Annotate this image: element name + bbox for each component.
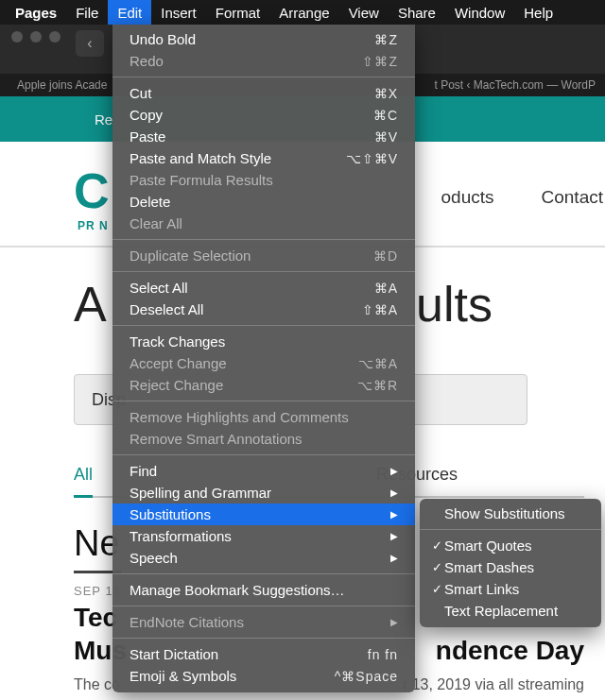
menu-separator	[420, 529, 601, 530]
menu-item-label: Remove Smart Annotations	[130, 431, 398, 447]
edit-menu: Undo Bold⌘ZRedo⇧⌘ZCut⌘XCopy⌘CPaste⌘VPast…	[112, 25, 415, 692]
menubar-file[interactable]: File	[66, 0, 108, 25]
tab-title-right[interactable]: t Post ‹ MacTech.com — WordP	[435, 78, 596, 92]
menubar-insert[interactable]: Insert	[151, 0, 206, 25]
menu-item-redo: Redo⇧⌘Z	[112, 50, 415, 72]
check-icon: ✓	[429, 582, 444, 596]
menu-item-shortcut: ⇧⌘Z	[362, 54, 398, 69]
menu-item-reject-change: Reject Change⌥⌘R	[112, 374, 415, 396]
hero-text: Re	[95, 111, 112, 128]
submenu-item-smart-quotes[interactable]: ✓Smart Quotes	[420, 535, 601, 556]
menu-item-label: Manage Bookmark Suggestions…	[130, 582, 398, 598]
nav-contact[interactable]: Contact	[542, 187, 603, 208]
menu-item-emoji-symbols[interactable]: Emoji & Symbols^⌘Space	[112, 665, 415, 687]
menu-item-shortcut: ⌥⇧⌘V	[346, 151, 398, 166]
menu-item-label: Substitutions	[130, 506, 390, 522]
menubar-format[interactable]: Format	[206, 0, 270, 25]
menu-item-spelling-and-grammar[interactable]: Spelling and Grammar	[112, 482, 415, 504]
menu-separator	[112, 401, 415, 401]
menu-separator	[112, 606, 415, 606]
menu-item-endnote-citations: EndNote Citations	[112, 611, 415, 633]
submenu-item-label: Smart Dashes	[444, 559, 590, 575]
menubar-edit[interactable]: Edit	[108, 0, 151, 25]
tab-title-left[interactable]: Apple joins Acade	[17, 78, 107, 92]
menu-item-transformations[interactable]: Transformations	[112, 525, 415, 547]
menubar-share[interactable]: Share	[389, 0, 445, 25]
menu-item-label: Cut	[130, 85, 374, 101]
menu-item-shortcut: ⌘V	[374, 129, 398, 145]
menu-item-shortcut: ^⌘Space	[335, 669, 398, 684]
minimize-icon[interactable]	[30, 31, 42, 43]
menu-item-label: Paste Formula Results	[130, 172, 398, 188]
back-button[interactable]: ‹	[76, 30, 104, 57]
menu-item-shortcut: ⇧⌘A	[362, 302, 398, 317]
menu-item-find[interactable]: Find	[112, 460, 415, 482]
menu-item-label: Redo	[130, 53, 362, 69]
menu-separator	[112, 573, 415, 574]
menu-item-select-all[interactable]: Select All⌘A	[112, 277, 415, 299]
submenu-item-smart-links[interactable]: ✓Smart Links	[420, 578, 601, 600]
submenu-item-text-replacement[interactable]: Text Replacement	[420, 600, 601, 622]
site-logo[interactable]: C	[74, 162, 108, 219]
submenu-item-smart-dashes[interactable]: ✓Smart Dashes	[420, 556, 601, 578]
menu-item-shortcut: ⌘D	[373, 248, 398, 264]
menu-item-track-changes[interactable]: Track Changes	[112, 331, 415, 352]
check-icon: ✓	[429, 538, 444, 553]
menu-item-accept-change: Accept Change⌥⌘A	[112, 352, 415, 374]
menu-separator	[112, 325, 415, 326]
close-icon[interactable]	[11, 31, 23, 43]
menu-item-shortcut: ⌘C	[373, 108, 398, 123]
menu-item-label: Spelling and Grammar	[130, 485, 390, 501]
menu-item-remove-highlights-and-comments: Remove Highlights and Comments	[112, 406, 415, 428]
menu-item-label: Remove Highlights and Comments	[130, 409, 398, 425]
menu-item-label: Deselect All	[130, 301, 362, 317]
submenu-item-label: Text Replacement	[444, 603, 590, 619]
menu-item-label: Copy	[130, 107, 373, 123]
menu-item-paste[interactable]: Paste⌘V	[112, 126, 415, 147]
menubar-window[interactable]: Window	[445, 0, 514, 25]
menu-item-label: EndNote Citations	[130, 614, 390, 630]
menu-item-shortcut: ⌥⌘R	[357, 378, 398, 393]
menu-item-label: Undo Bold	[130, 31, 374, 47]
menu-item-paste-formula-results: Paste Formula Results	[112, 169, 415, 191]
menubar-app[interactable]: Pages	[6, 0, 66, 25]
menu-item-label: Transformations	[130, 528, 390, 544]
menubar: Pages File Edit Insert Format Arrange Vi…	[0, 0, 605, 25]
menu-item-start-dictation[interactable]: Start Dictationfn fn	[112, 643, 415, 665]
menu-item-label: Emoji & Symbols	[130, 668, 335, 684]
menu-item-shortcut: ⌘X	[374, 86, 398, 101]
menubar-help[interactable]: Help	[514, 0, 562, 25]
traffic-lights[interactable]	[11, 31, 60, 43]
menu-item-delete[interactable]: Delete	[112, 191, 415, 213]
menubar-arrange[interactable]: Arrange	[269, 0, 338, 25]
menu-item-speech[interactable]: Speech	[112, 547, 415, 569]
menu-item-substitutions[interactable]: Substitutions	[112, 504, 415, 525]
submenu-item-show-substitutions[interactable]: Show Substitutions	[420, 503, 601, 524]
menu-item-paste-and-match-style[interactable]: Paste and Match Style⌥⇧⌘V	[112, 147, 415, 169]
menu-item-deselect-all[interactable]: Deselect All⇧⌘A	[112, 299, 415, 320]
menu-item-remove-smart-annotations: Remove Smart Annotations	[112, 428, 415, 450]
menu-item-label: Reject Change	[130, 377, 357, 393]
menu-separator	[112, 271, 415, 272]
menu-separator	[112, 239, 415, 240]
page-title-left: A	[74, 276, 107, 333]
menu-item-manage-bookmark-suggestions[interactable]: Manage Bookmark Suggestions…	[112, 579, 415, 601]
menu-item-shortcut: ⌘A	[374, 281, 398, 296]
zoom-icon[interactable]	[49, 31, 60, 43]
menu-item-cut[interactable]: Cut⌘X	[112, 82, 415, 104]
page-title-right: ults	[416, 276, 493, 333]
menu-item-label: Select All	[130, 280, 374, 296]
site-logo-sub: PR N	[78, 219, 109, 232]
menu-item-duplicate-selection: Duplicate Selection⌘D	[112, 245, 415, 266]
tab-all[interactable]: All	[74, 465, 93, 498]
menu-item-shortcut: ⌥⌘A	[358, 356, 398, 371]
nav-products[interactable]: oducts	[441, 187, 494, 208]
menu-separator	[112, 454, 415, 455]
menu-item-label: Start Dictation	[130, 646, 368, 662]
menu-item-undo-bold[interactable]: Undo Bold⌘Z	[112, 28, 415, 50]
menubar-view[interactable]: View	[339, 0, 389, 25]
menu-item-shortcut: fn fn	[368, 647, 398, 662]
menu-item-label: Clear All	[130, 215, 398, 231]
submenu-item-label: Smart Quotes	[444, 538, 590, 554]
menu-item-copy[interactable]: Copy⌘C	[112, 104, 415, 126]
